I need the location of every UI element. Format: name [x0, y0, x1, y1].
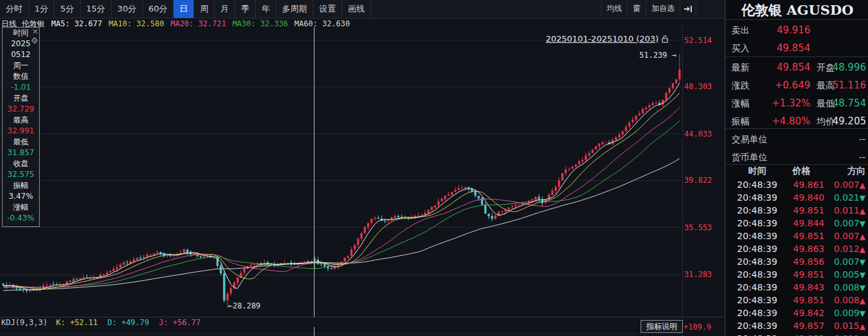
trade-row[interactable]: 20:48:3949.8570.015▲	[726, 319, 868, 332]
unit-label: 交易单位	[732, 133, 767, 145]
quote-value: +4.80%	[772, 115, 810, 127]
price-axis-label: 31.283	[684, 270, 724, 279]
toolbar-tab-9[interactable]: 月	[215, 0, 235, 18]
trade-row[interactable]: 20:48:3949.8420.009▼	[726, 307, 868, 319]
toolbar-tab-14[interactable]: 画线	[342, 0, 371, 18]
trade-row[interactable]: 20:48:3949.8440.007▼	[726, 217, 868, 230]
quote-label: 最新	[732, 62, 749, 73]
trade-row[interactable]: 20:48:3949.8610.007▲	[726, 178, 868, 191]
quote-value: +1.32%	[772, 97, 810, 109]
tooltip-row: 最低	[3, 137, 39, 147]
toolbar-button-1[interactable]: 均线	[601, 0, 627, 17]
trade-direction: 0.007▼	[812, 217, 865, 230]
trade-direction: 0.015▲	[812, 319, 865, 333]
unit-row: 交易单位--	[726, 133, 868, 145]
instrument-title: 伦敦银 AGUSDO	[726, 1, 868, 19]
trade-row[interactable]: 20:48:3949.8510.007▲	[726, 230, 868, 242]
toolbar-tab-13[interactable]: 设置	[313, 0, 342, 18]
trade-time: 20:48:39	[732, 204, 782, 217]
trade-time: 20:48:39	[732, 242, 782, 255]
unit-value: --	[859, 133, 865, 145]
toolbar-tab-12[interactable]: 多周期	[276, 0, 313, 18]
gear-icon[interactable]	[31, 37, 38, 46]
low-price-value: 28.289	[233, 301, 260, 310]
tooltip-row: 收盘	[3, 158, 39, 169]
trade-direction: 0.008▼	[812, 281, 865, 294]
tooltip-row: 32.575	[3, 169, 39, 180]
toolbar-tab-6[interactable]: 60分	[143, 0, 174, 18]
quote-label: 振幅	[732, 115, 749, 127]
quote-row: 振幅+4.80%均价49.205	[726, 115, 868, 127]
trade-direction: 0.009▼	[812, 307, 865, 320]
toolbar-tab-8[interactable]: 周	[194, 0, 215, 18]
arrow-right-icon: →	[672, 51, 676, 60]
quote-label: 涨幅	[732, 97, 749, 109]
trade-row[interactable]: 20:48:3949.8530.011▲	[726, 332, 868, 336]
quote-value: 48.754	[833, 97, 867, 109]
tooltip-row: 0512	[3, 49, 39, 60]
tooltip-rows: 时间20250512周一数值-1.01开盘32.729最高32.991最低31.…	[3, 28, 39, 224]
toolbar-button-2[interactable]: 窗	[627, 0, 646, 17]
price-axis-label: 48.303	[684, 82, 724, 91]
kdj-j-value: J: +56.77	[159, 318, 201, 327]
kdj-k-value: K: +52.11	[56, 318, 97, 327]
trade-direction: 0.011▲	[812, 332, 865, 336]
trade-direction: 0.005▼	[812, 268, 865, 281]
trade-row[interactable]: 20:48:3949.8510.005▼	[726, 268, 868, 281]
trade-time: 20:48:39	[732, 319, 782, 332]
quote-row: 最新49.854开盘48.996	[726, 62, 868, 73]
quote-row: 涨幅+1.32%最低48.754	[726, 97, 868, 109]
trade-row[interactable]: 20:48:3949.8630.012▲	[726, 242, 868, 255]
trade-row[interactable]: 20:48:3949.8560.007▼	[726, 255, 868, 268]
low-price-annotation: ←28.289	[228, 301, 261, 310]
trade-direction: 0.007▲	[812, 178, 865, 192]
toolbar-tab-10[interactable]: 季	[235, 0, 256, 18]
col-time: 时间	[732, 165, 782, 177]
trade-row[interactable]: 20:48:3949.8510.008▲	[726, 294, 868, 307]
col-direction: 方向	[814, 165, 865, 177]
unit-value: --	[859, 151, 865, 163]
price-axis-label: 52.514	[684, 36, 724, 45]
toolbar-tab-2[interactable]: 1分	[29, 0, 54, 18]
toolbar-tab-4[interactable]: 15分	[81, 0, 112, 18]
tooltip-row: 开盘	[3, 93, 39, 104]
toolbar-tab-5[interactable]: 30分	[111, 0, 143, 18]
trade-direction: 0.008▲	[812, 294, 865, 307]
trade-time: 20:48:39	[732, 230, 782, 242]
toolbar-button-3[interactable]: 加自选	[646, 0, 680, 17]
tooltip-row: 涨幅	[3, 202, 39, 213]
toolbar-tab-1[interactable]: 分时	[0, 0, 29, 18]
close-icon[interactable]: ×	[32, 28, 38, 35]
trade-time: 20:48:39	[732, 268, 782, 281]
trade-table-header: 时间 价格 方向	[726, 165, 868, 177]
toolbar-tab-11[interactable]: 年	[256, 0, 276, 18]
unit-label: 货币单位	[732, 151, 767, 163]
date-range-annotation[interactable]: 20250101-20251010 (203)	[546, 34, 669, 44]
lock-icon	[661, 35, 669, 43]
ma-legend: 日线伦敦银MA5: 32.677MA10: 32.580MA20: 32.721…	[1, 19, 350, 27]
trade-time: 20:48:39	[732, 191, 782, 204]
buy-row: 买入 49.854	[726, 42, 868, 54]
toolbar-tab-7[interactable]: 日	[174, 0, 194, 18]
high-price-annotation: 51.239 →	[639, 51, 676, 60]
toolbar-tab-3[interactable]: 5分	[54, 0, 80, 18]
indicator-help-button[interactable]: 指标说明	[641, 320, 683, 333]
collapse-panel-button[interactable]	[680, 0, 696, 17]
kdj-d-value: D: +49.79	[108, 318, 149, 327]
toolbar-right-items: 均线窗加自选	[601, 0, 680, 17]
tooltip-row: -0.43%	[3, 213, 39, 224]
sell-row: 卖出 49.916	[726, 24, 868, 36]
trade-row[interactable]: 20:48:3949.8400.021▼	[726, 191, 868, 204]
trade-row[interactable]: 20:48:3949.8430.008▼	[726, 281, 868, 294]
price-axis-label: 39.822	[684, 176, 724, 185]
trade-row[interactable]: 20:48:3949.8510.011▲	[726, 204, 868, 217]
kdj-indicator-row: KDJ(9,3,3) K: +52.11 D: +49.79 J: +56.77	[1, 318, 201, 327]
trade-time: 20:48:39	[732, 217, 782, 230]
toolbar-right-group: 均线窗加自选	[601, 0, 696, 17]
quote-panel: 伦敦银 AGUSDO 卖出 49.916 买入 49.854 最新49.854开…	[725, 0, 868, 336]
tooltip-row: 31.857	[3, 147, 39, 158]
tooltip-row: -1.01	[3, 82, 39, 93]
trade-time: 20:48:39	[732, 178, 782, 191]
candlestick-chart[interactable]	[0, 27, 725, 336]
trade-table: 20:48:3949.8610.007▲20:48:3949.8400.021▼…	[726, 178, 868, 336]
